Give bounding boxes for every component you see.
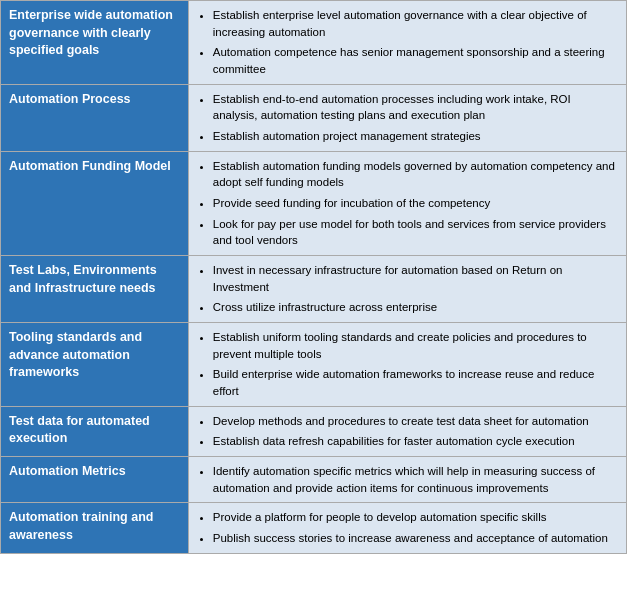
row-label-automation-funding: Automation Funding Model: [1, 151, 189, 255]
row-content-automation-training: Provide a platform for people to develop…: [188, 503, 626, 553]
bullet-list: Provide a platform for people to develop…: [197, 509, 618, 546]
bullet-list: Establish enterprise level automation go…: [197, 7, 618, 78]
list-item: Develop methods and procedures to create…: [213, 413, 618, 430]
table-row: Automation MetricsIdentify automation sp…: [1, 457, 627, 503]
main-table: Enterprise wide automation governance wi…: [0, 0, 627, 554]
row-label-enterprise-governance: Enterprise wide automation governance wi…: [1, 1, 189, 85]
table-row: Test data for automated executionDevelop…: [1, 406, 627, 456]
list-item: Establish data refresh capabilities for …: [213, 433, 618, 450]
list-item: Establish automation project management …: [213, 128, 618, 145]
list-item: Establish automation funding models gove…: [213, 158, 618, 191]
row-label-test-labs: Test Labs, Environments and Infrastructu…: [1, 256, 189, 323]
bullet-list: Establish automation funding models gove…: [197, 158, 618, 249]
bullet-list: Identify automation specific metrics whi…: [197, 463, 618, 496]
list-item: Establish end-to-end automation processe…: [213, 91, 618, 124]
bullet-list: Establish uniform tooling standards and …: [197, 329, 618, 400]
table-row: Automation training and awarenessProvide…: [1, 503, 627, 553]
row-label-automation-metrics: Automation Metrics: [1, 457, 189, 503]
table-row: Automation ProcessEstablish end-to-end a…: [1, 84, 627, 151]
table-row: Test Labs, Environments and Infrastructu…: [1, 256, 627, 323]
row-content-automation-process: Establish end-to-end automation processe…: [188, 84, 626, 151]
row-label-automation-training: Automation training and awareness: [1, 503, 189, 553]
list-item: Identify automation specific metrics whi…: [213, 463, 618, 496]
bullet-list: Establish end-to-end automation processe…: [197, 91, 618, 145]
bullet-list: Invest in necessary infrastructure for a…: [197, 262, 618, 316]
list-item: Look for pay per use model for both tool…: [213, 216, 618, 249]
table-row: Tooling standards and advance automation…: [1, 323, 627, 407]
row-label-test-data: Test data for automated execution: [1, 406, 189, 456]
list-item: Cross utilize infrastructure across ente…: [213, 299, 618, 316]
row-label-tooling-standards: Tooling standards and advance automation…: [1, 323, 189, 407]
table-row: Enterprise wide automation governance wi…: [1, 1, 627, 85]
row-label-automation-process: Automation Process: [1, 84, 189, 151]
row-content-test-data: Develop methods and procedures to create…: [188, 406, 626, 456]
list-item: Establish uniform tooling standards and …: [213, 329, 618, 362]
row-content-test-labs: Invest in necessary infrastructure for a…: [188, 256, 626, 323]
bullet-list: Develop methods and procedures to create…: [197, 413, 618, 450]
list-item: Establish enterprise level automation go…: [213, 7, 618, 40]
table-row: Automation Funding ModelEstablish automa…: [1, 151, 627, 255]
list-item: Invest in necessary infrastructure for a…: [213, 262, 618, 295]
list-item: Build enterprise wide automation framewo…: [213, 366, 618, 399]
list-item: Publish success stories to increase awar…: [213, 530, 618, 547]
row-content-automation-metrics: Identify automation specific metrics whi…: [188, 457, 626, 503]
list-item: Automation competence has senior managem…: [213, 44, 618, 77]
list-item: Provide a platform for people to develop…: [213, 509, 618, 526]
list-item: Provide seed funding for incubation of t…: [213, 195, 618, 212]
row-content-tooling-standards: Establish uniform tooling standards and …: [188, 323, 626, 407]
row-content-automation-funding: Establish automation funding models gove…: [188, 151, 626, 255]
row-content-enterprise-governance: Establish enterprise level automation go…: [188, 1, 626, 85]
